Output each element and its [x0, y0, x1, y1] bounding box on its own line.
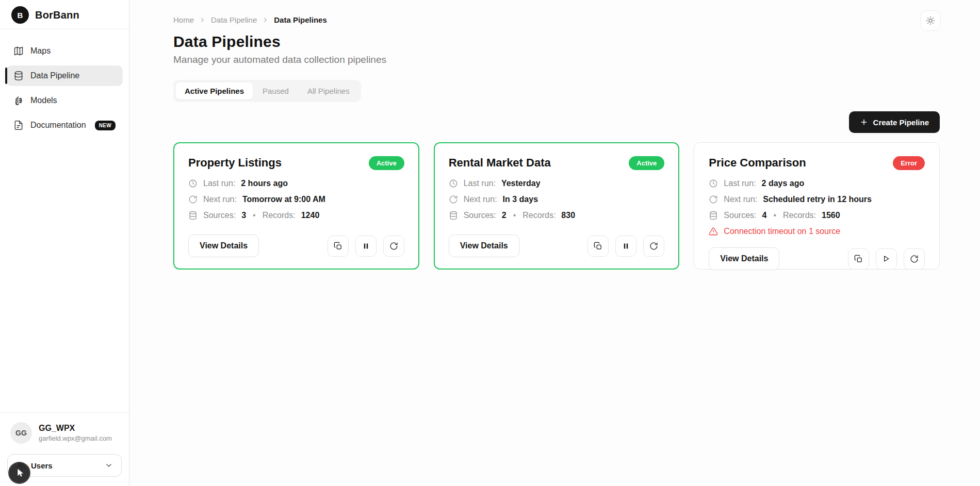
- tab-all-pipelines[interactable]: All Pipelines: [299, 82, 358, 99]
- chevron-right-icon: [199, 16, 206, 23]
- duplicate-button[interactable]: [328, 236, 349, 257]
- refresh-icon: [910, 255, 919, 263]
- last-run-label: Last run:: [203, 179, 235, 188]
- next-run-value: Tomorrow at 9:00 AM: [242, 195, 325, 204]
- pause-button[interactable]: [615, 236, 636, 257]
- sidebar-nav: Maps Data Pipeline Models Documentation …: [0, 29, 129, 136]
- chevron-right-icon: [262, 16, 269, 23]
- status-badge: Active: [369, 156, 404, 170]
- records-value: 830: [561, 211, 575, 220]
- records-label: Records:: [783, 211, 816, 220]
- database-icon: [188, 211, 198, 220]
- records-value: 1240: [301, 211, 320, 220]
- refresh-button[interactable]: [643, 236, 664, 257]
- pipeline-card-price-comparison: Price Comparison Error Last run: 2 days …: [694, 142, 940, 270]
- map-icon: [13, 46, 24, 56]
- logo-icon: B: [11, 6, 29, 24]
- user-email: garfield.wpx@gmail.com: [39, 434, 112, 442]
- sources-value: 2: [502, 211, 507, 220]
- warning-icon: [709, 227, 718, 236]
- pause-button[interactable]: [355, 236, 377, 257]
- refresh-icon: [188, 195, 198, 204]
- last-run-label: Last run:: [724, 179, 756, 188]
- records-label: Records:: [522, 211, 556, 220]
- main-content: Home Data Pipeline Data Pipelines Data P…: [129, 0, 980, 486]
- refresh-icon: [649, 242, 658, 250]
- sidebar-item-label: Maps: [30, 46, 51, 56]
- database-icon: [13, 71, 24, 81]
- view-details-button[interactable]: View Details: [709, 247, 779, 270]
- cursor-indicator: [8, 462, 30, 484]
- sidebar: B BorBann Maps Data Pipeline Models Do: [0, 0, 129, 486]
- duplicate-button[interactable]: [848, 248, 869, 270]
- pipeline-card-property-listings: Property Listings Active Last run: 2 hou…: [173, 142, 419, 270]
- plus-icon: [860, 118, 868, 126]
- document-icon: [13, 120, 24, 130]
- next-run-label: Next run:: [464, 195, 497, 204]
- pipeline-cards: Property Listings Active Last run: 2 hou…: [173, 142, 940, 270]
- duplicate-button[interactable]: [587, 236, 609, 257]
- app-name: BorBann: [35, 9, 79, 21]
- copy-icon: [854, 255, 863, 263]
- pipeline-tabs: Active Pipelines Paused All Pipelines: [173, 80, 361, 102]
- refresh-button[interactable]: [383, 236, 404, 257]
- sources-records-row: Sources: 3 • Records: 1240: [188, 211, 404, 220]
- last-run-value: 2 hours ago: [241, 179, 288, 188]
- status-badge: Error: [893, 156, 925, 170]
- dot-separator: •: [513, 211, 516, 220]
- view-details-button[interactable]: View Details: [188, 234, 259, 257]
- breadcrumb-home[interactable]: Home: [173, 15, 194, 24]
- last-run-label: Last run:: [464, 179, 496, 188]
- sources-records-row: Sources: 4 • Records: 1560: [709, 211, 925, 220]
- next-run-label: Next run:: [203, 195, 237, 204]
- sidebar-item-documentation[interactable]: Documentation NEW: [6, 115, 123, 136]
- last-run-value: 2 days ago: [762, 179, 805, 188]
- copy-icon: [334, 242, 342, 250]
- sources-label: Sources:: [464, 211, 496, 220]
- next-run-value: Scheduled retry in 12 hours: [763, 195, 872, 204]
- new-badge: NEW: [95, 121, 116, 130]
- user-name: GG_WPX: [39, 424, 112, 433]
- view-details-button[interactable]: View Details: [449, 234, 519, 257]
- dot-separator: •: [773, 211, 776, 220]
- run-button[interactable]: [876, 248, 897, 270]
- pipeline-card-rental-market-data: Rental Market Data Active Last run: Yest…: [434, 142, 680, 270]
- brain-icon: [13, 95, 24, 106]
- pause-icon: [622, 242, 630, 250]
- role-selector-value: Users: [31, 461, 53, 470]
- play-icon: [882, 255, 890, 263]
- page-subtitle: Manage your automated data collection pi…: [173, 54, 940, 65]
- clock-icon: [449, 179, 458, 188]
- tab-active-pipelines[interactable]: Active Pipelines: [176, 82, 253, 99]
- next-run-label: Next run:: [724, 195, 757, 204]
- refresh-icon: [709, 195, 718, 204]
- pipeline-name: Rental Market Data: [449, 156, 551, 170]
- sources-value: 4: [762, 211, 766, 220]
- sources-label: Sources:: [203, 211, 236, 220]
- next-run-row: Next run: Scheduled retry in 12 hours: [709, 195, 925, 204]
- last-run-value: Yesterday: [501, 179, 541, 188]
- avatar: GG: [10, 422, 32, 444]
- sidebar-item-data-pipeline[interactable]: Data Pipeline: [6, 65, 123, 86]
- last-run-row: Last run: 2 days ago: [709, 179, 925, 188]
- refresh-button[interactable]: [904, 248, 925, 270]
- pipeline-name: Price Comparison: [709, 156, 806, 170]
- copy-icon: [594, 242, 602, 250]
- sidebar-item-label: Models: [30, 96, 57, 105]
- breadcrumb: Home Data Pipeline Data Pipelines: [173, 15, 940, 24]
- breadcrumb-data-pipeline[interactable]: Data Pipeline: [211, 15, 257, 24]
- user-profile[interactable]: GG GG_WPX garfield.wpx@gmail.com: [0, 412, 129, 450]
- pipeline-error-message-row: Connection timeout on 1 source: [709, 227, 925, 236]
- sidebar-item-label: Data Pipeline: [30, 71, 79, 80]
- sidebar-item-models[interactable]: Models: [6, 90, 123, 111]
- tab-paused[interactable]: Paused: [254, 82, 298, 99]
- sources-value: 3: [241, 211, 246, 220]
- theme-toggle-button[interactable]: [920, 10, 941, 31]
- create-pipeline-label: Create Pipeline: [873, 118, 929, 127]
- sidebar-item-label: Documentation: [30, 121, 86, 130]
- create-pipeline-button[interactable]: Create Pipeline: [849, 111, 940, 133]
- pause-icon: [362, 242, 370, 250]
- next-run-row: Next run: Tomorrow at 9:00 AM: [188, 195, 404, 204]
- sidebar-item-maps[interactable]: Maps: [6, 41, 123, 61]
- clock-icon: [188, 179, 198, 188]
